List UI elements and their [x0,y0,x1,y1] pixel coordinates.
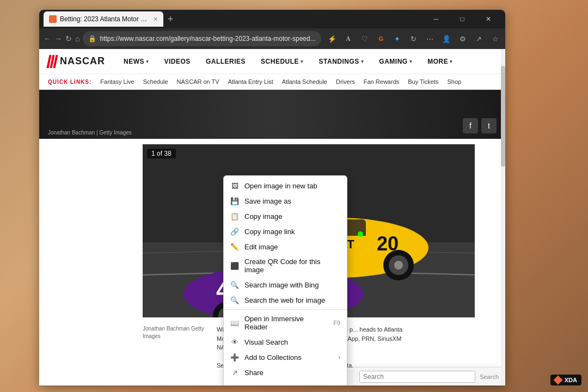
web-capture-icon: ✂ [230,383,239,385]
collections-arrow: › [338,354,340,360]
search-label: Search [480,373,499,380]
quick-links-label: QUICK LINKS: [48,79,91,85]
svg-point-15 [358,231,363,237]
window-controls: ─ □ ✕ [424,10,501,28]
minimize-button[interactable]: ─ [424,10,449,28]
quick-link-drivers[interactable]: Drivers [336,78,355,85]
nav-news[interactable]: NEWS▾ [116,49,157,74]
immersive-reader-icon: 📖 [230,318,239,327]
search-bar-area: Search [353,367,505,385]
menu-save-image[interactable]: 💾 Save image as [224,193,347,209]
tab-favicon [49,15,57,23]
forward-button[interactable]: → [54,31,62,46]
lock-icon: 🔒 [88,35,96,42]
nav-more[interactable]: MORE▾ [420,49,461,74]
menu-copy-link[interactable]: 🔗 Copy image link [224,224,347,239]
nav-items: NEWS▾ VIDEOS GALLERIES SCHEDULE▾ STANDIN… [116,49,497,74]
menu-search-web[interactable]: 🔍 Search the web for image [224,292,347,308]
gaming-chevron: ▾ [409,59,413,64]
quick-link-entry[interactable]: Atlanta Entry List [228,78,273,85]
quick-link-tickets[interactable]: Buy Tickets [408,78,438,85]
title-bar: Betting: 2023 Atlanta Motor Spe... ✕ + ─… [39,10,505,28]
active-tab[interactable]: Betting: 2023 Atlanta Motor Spe... ✕ [44,11,163,27]
refresh-button[interactable]: ↻ [65,31,72,46]
extensions-icon[interactable]: ⚡ [324,31,340,46]
quick-link-atlanta-sched[interactable]: Atlanta Schedule [282,78,327,85]
nav-schedule[interactable]: SCHEDULE▾ [253,49,311,74]
collections-icon: ➕ [230,353,239,362]
copy-image-icon: 📋 [230,212,239,220]
xda-label: XDA [565,377,577,383]
menu-edit-image[interactable]: ✏️ Edit image [224,239,347,254]
url-text: https://www.nascar.com/gallery/nascar-be… [100,35,315,42]
menu-qr-code[interactable]: ⬛ Create QR Code for this image [224,254,347,277]
menu-immersive-reader[interactable]: 📖 Open in Immersive Reader F9 [224,311,347,334]
quick-link-fan-rewards[interactable]: Fan Rewards [364,78,399,85]
tab-close-button[interactable]: ✕ [153,16,158,23]
xda-diamond [553,376,562,385]
address-bar: ← → ↻ ⌂ 🔒 https://www.nascar.com/gallery… [39,28,505,49]
web-search-icon: 🔍 [230,296,239,304]
profile-icon[interactable]: 👤 [439,31,454,46]
share2-icon[interactable]: ↗ [471,31,487,46]
save-image-icon: 💾 [230,197,239,205]
nascar-text: NASCAR [60,56,105,67]
back-button[interactable]: ← [44,31,51,46]
bing-search-icon: 🔍 [230,280,239,289]
scrollbar-thumb[interactable] [501,66,505,167]
hero-photo-credit: Jonathan Bachman | Getty Images [48,130,132,136]
url-box[interactable]: 🔒 https://www.nascar.com/gallery/nascar-… [83,31,321,46]
home-button[interactable]: ⌂ [75,31,79,46]
quick-link-tv[interactable]: NASCAR on TV [177,78,219,85]
menu-add-collections[interactable]: ➕ Add to Collections › [224,350,347,365]
favorites-icon[interactable]: ♡ [357,31,372,46]
browser-scrollbar[interactable] [501,49,505,385]
caption-text: Jonathan Bachman Getty Images [143,326,204,339]
grammarly-icon[interactable]: G [373,31,389,46]
copy-link-icon: 🔗 [230,227,239,236]
nav-gaming[interactable]: GAMING▾ [371,49,420,74]
context-menu: 🖼 Open image in new tab 💾 Save image as … [223,175,347,385]
settings-icon[interactable]: ⚙ [455,31,470,46]
maximize-button[interactable]: □ [450,10,475,28]
visual-search-icon: 👁 [230,338,239,346]
edit-image-icon: ✏️ [230,242,239,251]
page-inner: NASCAR NEWS▾ VIDEOS GALLERIES SCHEDULE▾ … [39,49,505,385]
browser-more-icon[interactable]: ⋯ [422,31,438,46]
page-content: NASCAR NEWS▾ VIDEOS GALLERIES SCHEDULE▾ … [39,49,505,385]
browser-window: Betting: 2023 Atlanta Motor Spe... ✕ + ─… [39,10,505,385]
quick-link-schedule[interactable]: Schedule [143,78,168,85]
refresh-page-icon[interactable]: ↻ [406,31,421,46]
schedule-chevron: ▾ [301,59,304,64]
nav-videos[interactable]: VIDEOS [157,49,198,74]
menu-web-capture[interactable]: ✂ Web capture Ctrl+Shift+S [224,380,347,385]
copilot-icon[interactable]: ✦ [390,31,405,46]
twitter-icon[interactable]: t [481,118,497,133]
menu-share[interactable]: ↗ Share [224,365,347,380]
more-chevron: ▾ [450,59,453,64]
new-tab-button[interactable]: + [166,14,176,25]
menu-divider-1 [224,309,347,310]
menu-visual-search[interactable]: 👁 Visual Search [224,334,347,350]
close-button[interactable]: ✕ [476,10,501,28]
toolbar-icons: ⚡ 𝐀 ♡ G ✦ ↻ ⋯ 👤 ⚙ ↗ ☆ ⬡ ··· B [324,30,505,47]
star-icon[interactable]: ☆ [488,31,503,46]
bing-icon2[interactable]: ⬡ [504,31,505,46]
logo-lines [48,55,57,68]
standings-chevron: ▾ [361,59,364,64]
nascar-logo[interactable]: NASCAR [48,55,105,68]
menu-copy-image[interactable]: 📋 Copy image [224,209,347,224]
menu-open-new-tab[interactable]: 🖼 Open image in new tab [224,178,347,193]
tab-bar: Betting: 2023 Atlanta Motor Spe... ✕ + [44,11,420,27]
nav-standings[interactable]: STANDINGS▾ [311,49,372,74]
news-chevron: ▾ [146,59,149,64]
facebook-icon[interactable]: f [463,118,478,133]
quick-link-shop[interactable]: Shop [448,78,462,85]
search-input[interactable] [359,371,475,383]
menu-search-bing[interactable]: 🔍 Search image with Bing [224,277,347,292]
quick-link-fantasy[interactable]: Fantasy Live [100,78,134,85]
xda-logo: XDA [550,375,581,385]
social-icons: f t [463,118,497,133]
nav-galleries[interactable]: GALLERIES [198,49,253,74]
reader-icon[interactable]: 𝐀 [341,31,356,46]
